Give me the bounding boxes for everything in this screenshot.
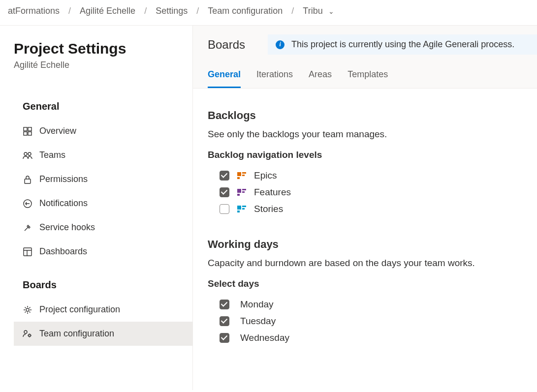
chevron-down-icon: ⌄ [328,7,334,15]
nav-group-boards: Boards [14,272,192,298]
checkbox-features[interactable] [220,187,229,197]
tab-templates[interactable]: Templates [347,65,388,88]
backlogs-description: See only the backlogs your team manages. [208,129,522,140]
page-title: Project Settings [14,40,192,57]
tab-general[interactable]: General [208,65,241,88]
tabs: General Iterations Areas Templates [208,65,537,88]
backlog-level-label: Epics [254,170,277,181]
stories-icon [237,206,246,212]
svg-point-9 [26,308,29,311]
sidebar-item-label: Overview [39,126,76,136]
svg-rect-0 [24,127,27,131]
backlog-level-label: Stories [254,204,283,214]
tab-iterations[interactable]: Iterations [256,65,293,88]
sidebar-item-dashboards[interactable]: Dashboards [14,240,192,264]
sidebar-item-label: Service hooks [39,222,95,233]
section-title: Boards [208,38,245,52]
content-body: Backlogs See only the backlogs your team… [193,89,537,367]
checkbox-stories[interactable] [220,204,229,214]
breadcrumb-item-org[interactable]: atFormations [8,6,60,16]
sidebar-item-notifications[interactable]: Notifications [14,191,192,215]
backlog-level-row: Epics [208,167,522,184]
day-row: Tuesday [208,313,522,330]
breadcrumb-item-project[interactable]: Agilité Echelle [80,6,135,16]
backlog-level-label: Features [254,187,291,198]
day-label: Monday [240,299,274,310]
backlog-levels-heading: Backlog navigation levels [208,150,522,160]
svg-rect-2 [24,132,27,135]
checkbox-wednesday[interactable] [220,333,229,343]
day-row: Wednesday [208,330,522,346]
svg-point-10 [24,331,27,333]
info-text: This project is currently using the Agil… [291,39,514,50]
sidebar-item-service-hooks[interactable]: Service hooks [14,215,192,240]
checkbox-epics[interactable] [220,171,229,181]
overview-icon [23,126,32,136]
breadcrumb-item-team[interactable]: Tribu ⌄ [303,6,334,16]
main-header: Boards i This project is currently using… [193,26,537,89]
sidebar-item-teams[interactable]: Teams [14,143,192,167]
sidebar-item-label: Notifications [39,198,88,209]
backlog-level-row: Stories [208,201,522,217]
sidebar-item-label: Project configuration [39,304,120,315]
team-gear-icon [23,329,32,339]
sidebar-item-label: Team configuration [39,329,114,339]
day-row: Monday [208,296,522,313]
sidebar-item-label: Dashboards [39,246,87,257]
breadcrumb-separator: / [144,6,147,16]
main-content: Boards i This project is currently using… [193,26,537,390]
backlogs-heading: Backlogs [208,109,522,122]
working-days-description: Capacity and burndown are based on the d… [208,258,522,269]
day-label: Wednesday [240,332,289,343]
sidebar-item-project-configuration[interactable]: Project configuration [14,298,192,322]
checkbox-tuesday[interactable] [220,316,229,326]
info-icon: i [276,40,284,49]
breadcrumb-separator: / [196,6,199,16]
svg-rect-3 [28,132,32,135]
select-days-heading: Select days [208,278,522,289]
checkbox-monday[interactable] [220,300,229,309]
info-banner: i This project is currently using the Ag… [268,34,537,55]
sidebar-item-label: Permissions [39,174,88,184]
breadcrumb-separator: / [291,6,294,16]
nav-group-general: General [14,94,192,119]
svg-rect-6 [25,179,31,183]
days-list: Monday Tuesday Wednesday [208,296,522,346]
teams-icon [23,151,32,160]
sidebar: Project Settings Agilité Echelle General… [0,26,193,390]
epics-icon [237,172,246,179]
svg-point-5 [28,152,31,155]
svg-rect-8 [24,248,32,256]
plug-icon [23,223,32,233]
sidebar-item-overview[interactable]: Overview [14,119,192,143]
svg-point-11 [29,334,31,336]
sidebar-item-team-configuration[interactable]: Team configuration [14,322,192,346]
breadcrumb-item-settings[interactable]: Settings [156,6,188,16]
breadcrumb-separator: / [68,6,71,16]
breadcrumb-team-label: Tribu [303,6,322,16]
svg-rect-1 [28,127,32,131]
day-label: Tuesday [240,316,276,327]
tab-areas[interactable]: Areas [309,65,332,88]
gear-icon [23,305,32,315]
features-icon [237,189,246,196]
dashboard-icon [23,247,32,257]
breadcrumb: atFormations / Agilité Echelle / Setting… [0,0,537,26]
lock-icon [23,175,32,184]
svg-point-4 [24,152,27,155]
working-days-heading: Working days [208,238,522,251]
sidebar-item-label: Teams [39,150,65,160]
chat-icon [23,199,32,209]
sidebar-item-permissions[interactable]: Permissions [14,167,192,191]
project-name: Agilité Echelle [14,60,192,70]
backlog-level-row: Features [208,184,522,201]
breadcrumb-item-teamconfig[interactable]: Team configuration [208,6,283,16]
